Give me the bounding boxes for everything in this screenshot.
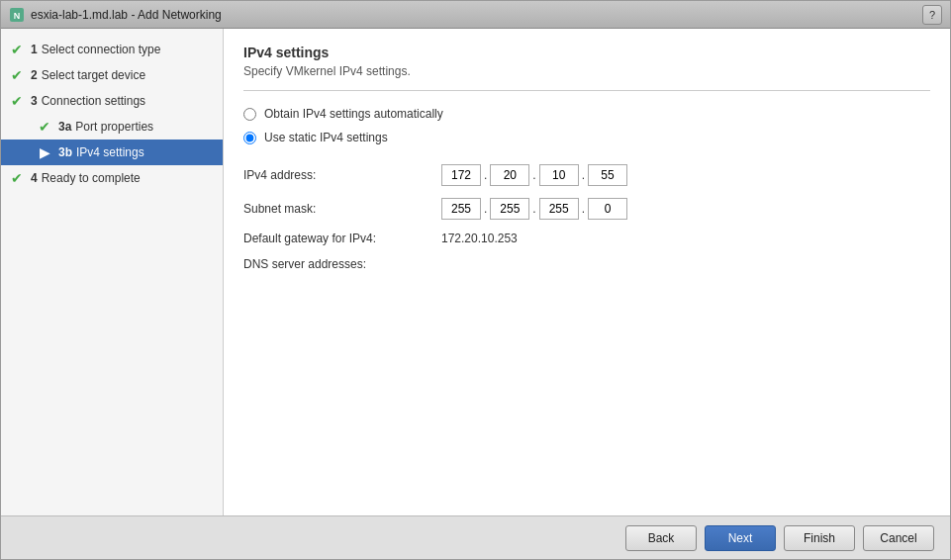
- divider: [243, 90, 930, 91]
- radio-auto-label: Obtain IPv4 settings automatically: [264, 107, 443, 121]
- ipv4-dot3: .: [582, 168, 585, 182]
- back-button[interactable]: Back: [625, 525, 697, 551]
- dns-row: DNS server addresses:: [243, 257, 930, 271]
- step3a-label: Port properties: [75, 120, 153, 134]
- form-fields: IPv4 address: . . . Subnet: [243, 164, 930, 271]
- subnet-mask-row: Subnet mask: . . .: [243, 198, 930, 220]
- step3-label: Connection settings: [42, 94, 145, 108]
- gateway-row: Default gateway for IPv4: 172.20.10.253: [243, 232, 930, 245]
- ipv4-oct1-input[interactable]: [441, 164, 481, 186]
- sidebar-item-step3[interactable]: ✔ 3 Connection settings: [1, 88, 223, 114]
- sidebar: ✔ 1 Select connection type ✔ 2 Select ta…: [1, 29, 224, 515]
- check-icon-step3: ✔: [9, 93, 25, 109]
- check-icon-step1: ✔: [9, 42, 25, 57]
- check-icon-step2: ✔: [9, 67, 25, 83]
- subnet-oct3-input[interactable]: [539, 198, 579, 220]
- main-window: N esxia-lab-1.md.lab - Add Networking ? …: [0, 0, 951, 560]
- check-icon-step4: ✔: [9, 170, 25, 186]
- ipv4-address-label: IPv4 address:: [243, 168, 441, 182]
- step3-number: 3: [31, 94, 38, 108]
- main-panel: IPv4 settings Specify VMkernel IPv4 sett…: [224, 29, 950, 515]
- ipv4-oct4-input[interactable]: [588, 164, 627, 186]
- step1-number: 1: [31, 43, 38, 56]
- ipv4-dot2: .: [532, 168, 535, 182]
- step2-label: Select target device: [42, 68, 145, 82]
- subnet-mask-input-group: . . .: [441, 198, 627, 220]
- radio-auto-input[interactable]: [243, 108, 256, 121]
- panel-subtitle: Specify VMkernel IPv4 settings.: [243, 64, 930, 78]
- svg-text:N: N: [14, 11, 21, 21]
- window-icon: N: [9, 7, 25, 23]
- subnet-dot3: .: [582, 202, 585, 216]
- step3a-number: 3a: [58, 120, 71, 134]
- finish-button[interactable]: Finish: [784, 525, 855, 551]
- sidebar-item-step4[interactable]: ✔ 4 Ready to complete: [1, 165, 223, 191]
- sidebar-item-step2[interactable]: ✔ 2 Select target device: [1, 62, 223, 88]
- radio-static-input[interactable]: [243, 132, 256, 144]
- step3b-number: 3b: [58, 145, 72, 159]
- sidebar-item-step1[interactable]: ✔ 1 Select connection type: [1, 37, 223, 62]
- sidebar-item-step3a[interactable]: ✔ 3a Port properties: [1, 114, 223, 140]
- radio-static-label: Use static IPv4 settings: [264, 131, 388, 144]
- subnet-oct1-input[interactable]: [441, 198, 481, 220]
- ipv4-oct2-input[interactable]: [490, 164, 529, 186]
- help-button[interactable]: ?: [922, 5, 942, 25]
- check-icon-step3b: ▶: [37, 144, 52, 160]
- bottom-bar: Back Next Finish Cancel: [1, 515, 950, 559]
- subnet-mask-label: Subnet mask:: [243, 202, 441, 216]
- step1-label: Select connection type: [42, 43, 161, 56]
- check-icon-step3a: ✔: [37, 119, 52, 135]
- gateway-label: Default gateway for IPv4:: [243, 232, 441, 245]
- subnet-dot1: .: [484, 202, 487, 216]
- subnet-oct4-input[interactable]: [588, 198, 627, 220]
- dns-label: DNS server addresses:: [243, 257, 441, 271]
- content-area: ✔ 1 Select connection type ✔ 2 Select ta…: [1, 29, 950, 515]
- panel-title: IPv4 settings: [243, 45, 930, 60]
- subnet-dot2: .: [532, 202, 535, 216]
- gateway-value: 172.20.10.253: [441, 232, 518, 245]
- step4-label: Ready to complete: [42, 171, 141, 185]
- next-button[interactable]: Next: [705, 525, 776, 551]
- radio-static-option[interactable]: Use static IPv4 settings: [243, 131, 930, 144]
- window-title: esxia-lab-1.md.lab - Add Networking: [31, 8, 922, 22]
- step2-number: 2: [31, 68, 38, 82]
- step3b-label: IPv4 settings: [76, 145, 144, 159]
- ipv4-oct3-input[interactable]: [539, 164, 579, 186]
- subnet-oct2-input[interactable]: [490, 198, 529, 220]
- form-section: Obtain IPv4 settings automatically Use s…: [243, 107, 930, 271]
- step4-number: 4: [31, 171, 38, 185]
- sidebar-item-step3b[interactable]: ▶ 3b IPv4 settings: [1, 140, 223, 165]
- cancel-button[interactable]: Cancel: [863, 525, 934, 551]
- radio-auto-option[interactable]: Obtain IPv4 settings automatically: [243, 107, 930, 121]
- title-bar: N esxia-lab-1.md.lab - Add Networking ?: [1, 1, 950, 29]
- ipv4-address-row: IPv4 address: . . .: [243, 164, 930, 186]
- ipv4-address-input-group: . . .: [441, 164, 627, 186]
- ipv4-dot1: .: [484, 168, 487, 182]
